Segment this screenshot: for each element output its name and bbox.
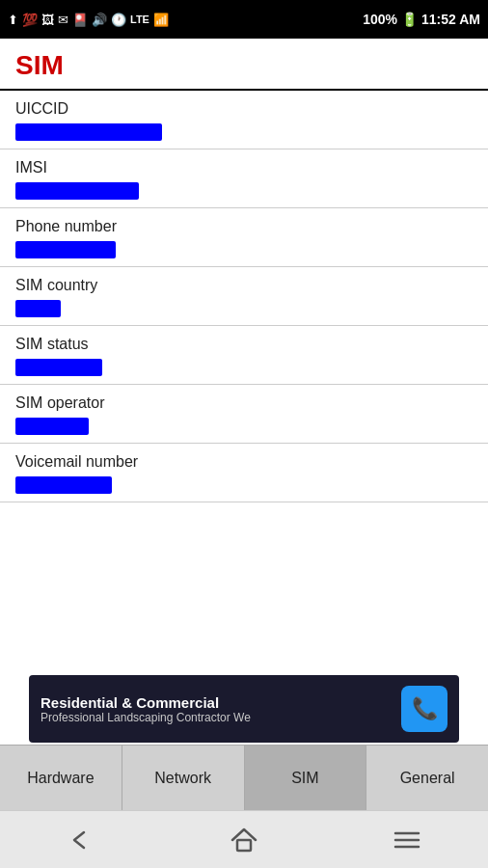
field-value-bar (15, 476, 112, 494)
icon-mail: ✉ (58, 13, 68, 27)
field-value-bar (15, 123, 162, 141)
icon-clock: 🕐 (111, 13, 126, 27)
info-row: SIM operator (0, 385, 488, 444)
icon-app: 🎴 (72, 13, 88, 27)
field-label: IMSI (15, 159, 473, 176)
tab-item-network[interactable]: Network (122, 746, 245, 810)
field-label: Phone number (15, 218, 473, 235)
icon-lte: LTE (130, 14, 149, 25)
icon-photo: 🖼 (41, 13, 54, 27)
icon-volume: 🔊 (92, 13, 107, 27)
back-button[interactable] (57, 821, 105, 859)
icon-signal: 📶 (153, 13, 169, 27)
info-row: SIM country (0, 267, 488, 326)
icon-upload: ⬆ (8, 13, 18, 27)
field-value-bar (15, 300, 61, 317)
ad-banner[interactable]: Residential & Commercial Professional La… (29, 675, 459, 743)
field-label: SIM status (15, 336, 473, 353)
ad-subtitle: Professional Landscaping Contractor We (41, 711, 392, 724)
field-value-bar (15, 359, 102, 376)
menu-button[interactable] (383, 821, 431, 859)
info-row: IMSI (0, 149, 488, 208)
status-left-icons: ⬆ 💯 🖼 ✉ 🎴 🔊 🕐 LTE 📶 (8, 13, 169, 27)
page-title-bar: SIM (0, 39, 488, 91)
icon-battery-100: 💯 (22, 13, 38, 27)
battery-percent: 100% (363, 12, 397, 27)
field-label: SIM operator (15, 394, 473, 412)
tab-item-general[interactable]: General (366, 746, 488, 810)
tab-item-hardware[interactable]: Hardware (0, 746, 122, 810)
home-button[interactable] (220, 821, 268, 859)
tab-item-sim[interactable]: SIM (245, 746, 367, 810)
info-row: UICCID (0, 91, 488, 149)
status-bar: ⬆ 💯 🖼 ✉ 🎴 🔊 🕐 LTE 📶 100% 🔋 11:52 AM (0, 0, 488, 39)
field-label: Voicemail number (15, 453, 473, 471)
info-row: Phone number (0, 208, 488, 267)
field-label: SIM country (15, 277, 473, 294)
field-value-bar (15, 241, 116, 258)
field-label: UICCID (15, 100, 473, 118)
info-row: Voicemail number (0, 444, 488, 502)
ad-phone-button[interactable]: 📞 (401, 686, 447, 732)
battery-icon: 🔋 (401, 12, 418, 27)
field-value-bar (15, 418, 89, 435)
svg-rect-0 (237, 840, 251, 851)
tab-bar: HardwareNetworkSIMGeneral (0, 745, 488, 810)
nav-bar (0, 810, 488, 868)
ad-title: Residential & Commercial (41, 694, 392, 711)
field-value-bar (15, 182, 139, 200)
sim-info-content: UICCIDIMSIPhone numberSIM countrySIM sta… (0, 91, 488, 502)
ad-text: Residential & Commercial Professional La… (41, 694, 392, 724)
status-right-info: 100% 🔋 11:52 AM (363, 12, 480, 27)
info-row: SIM status (0, 326, 488, 385)
phone-icon: 📞 (412, 696, 438, 721)
page-title: SIM (15, 50, 64, 80)
time-display: 11:52 AM (421, 12, 480, 27)
